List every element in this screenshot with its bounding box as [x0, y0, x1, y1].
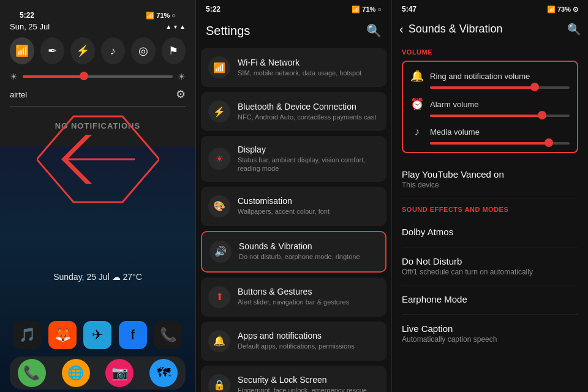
ring-thumb[interactable]	[530, 83, 539, 91]
alarm-thumb[interactable]	[538, 111, 546, 119]
brightness-high-icon: ☀	[178, 72, 186, 81]
alarm-volume-icon: ⏰	[410, 97, 424, 111]
livecaption-sub: Automatically caption speech	[402, 335, 578, 344]
sounds-item-icon: 🔊	[209, 241, 232, 263]
settings-custom-item[interactable]: 🎨 Customisation Wallpapers, accent colou…	[201, 187, 386, 226]
brightness-row[interactable]: ☀ ☀	[10, 72, 186, 81]
app-phone[interactable]: 📞	[154, 321, 182, 349]
flashlight-quick-btn[interactable]: ⚑	[162, 37, 186, 64]
ring-slider[interactable]	[430, 86, 570, 89]
home-screen-panel: 5:22 📶 71% ○ Sun, 25 Jul ▲ ▾ ▲ �	[0, 0, 196, 392]
settings-apps-item[interactable]: 🔔 Apps and notifications Default apps, n…	[201, 322, 386, 361]
bluetooth-quick-btn[interactable]: ⚡	[70, 37, 95, 64]
wifi-item-title: Wi-Fi & Network	[238, 58, 379, 67]
network-name: airtel	[10, 90, 27, 99]
settings-buttons-item[interactable]: ⬆ Buttons & Gestures Alert slider, navig…	[201, 277, 386, 317]
display-item-title: Display	[238, 145, 379, 154]
bluetooth-item-subtitle: NFC, Android Auto, contactless payments …	[238, 113, 379, 121]
sounds-search-btn[interactable]: 🔍	[567, 23, 581, 36]
ring-volume-item[interactable]: 🔔 Ring and notification volume	[410, 69, 570, 89]
alarm-volume-row: ⏰ Alarm volume	[410, 97, 570, 111]
sounds-item-subtitle: Do not disturb, earphone mode, ringtone	[239, 252, 378, 261]
battery-icon-1: 📶	[146, 12, 154, 20]
location-quick-btn[interactable]: ◎	[131, 37, 156, 64]
settings-sounds-item[interactable]: 🔊 Sounds & Vibration Do not disturb, ear…	[201, 231, 386, 273]
bluetooth-item-text: Bluetooth & Device Connection NFC, Andro…	[238, 102, 379, 121]
status-icons-2: 📶 71% ○	[352, 6, 382, 13]
ring-volume-row: 🔔 Ring and notification volume	[410, 69, 570, 83]
dnd-item[interactable]: Do Not Disturb Off/1 schedule can turn o…	[402, 247, 578, 285]
alarm-volume-item[interactable]: ⏰ Alarm volume	[410, 97, 570, 117]
media-volume-row: ♪ Media volume	[410, 126, 570, 138]
ring-volume-icon: 🔔	[410, 69, 424, 83]
app-telegram[interactable]: ✈	[83, 321, 111, 349]
buttons-item-icon: ⬆	[208, 286, 230, 308]
custom-item-title: Customisation	[238, 196, 379, 206]
app-music[interactable]: 🎵	[13, 321, 42, 349]
back-button[interactable]: ‹	[399, 22, 404, 36]
app-facebook[interactable]: f	[119, 321, 147, 349]
battery-indicator-2: ○	[377, 6, 382, 13]
status-bar-3: 5:47 📶 73% ⊙	[392, 0, 588, 16]
flashlight-quick-icon: ⚑	[168, 44, 178, 58]
media-fill	[430, 142, 549, 145]
app-reddit[interactable]: 🦊	[48, 321, 77, 349]
home-info: Sunday, 25 Jul ☁ 27°C	[0, 272, 195, 282]
security-icon: 🔒	[213, 379, 225, 391]
date-label: Sun, 25 Jul	[10, 22, 50, 31]
dock-camera[interactable]: 📷	[105, 359, 134, 387]
battery-3: 73%	[557, 6, 571, 13]
display-item-subtitle: Status bar, ambient display, vision comf…	[238, 156, 379, 173]
settings-search-btn[interactable]: 🔍	[366, 23, 382, 38]
sounds-item-title: Sounds & Vibration	[239, 241, 378, 251]
wifi-quick-btn[interactable]: 📶	[10, 37, 34, 64]
battery-icon-2: 📶	[352, 6, 360, 13]
settings-wifi-item[interactable]: 📶 Wi-Fi & Network SIM, mobile network, d…	[201, 48, 386, 87]
earphone-item[interactable]: Earphone Mode	[402, 285, 578, 315]
status-icons-1: 📶 71% ○	[146, 12, 176, 20]
sounds-vibration-panel: 5:47 📶 73% ⊙ ‹ Sounds & Vibration 🔍 VOLU…	[392, 0, 588, 392]
custom-icon: 🎨	[213, 200, 225, 212]
date-row: Sun, 25 Jul ▲ ▾ ▲	[10, 22, 186, 31]
display-item-icon: ☀	[208, 148, 230, 170]
display-icon: ☀	[215, 153, 224, 165]
date-status-icons: ▲ ▾ ▲	[165, 23, 186, 30]
wifi-quick-icon: 📶	[15, 44, 29, 58]
media-volume-item[interactable]: ♪ Media volume	[410, 126, 570, 145]
quick-settings-row[interactable]: 📶 ✒ ⚡ ♪ ◎ ⚑	[10, 37, 186, 64]
app-row-1: 🎵 🦊 ✈ f 📞	[0, 316, 195, 354]
battery-indicator-3: ⊙	[573, 6, 578, 13]
play-youtube-item[interactable]: Play YouTube Vanced on This device	[402, 160, 578, 198]
dock-maps[interactable]: 🗺	[149, 359, 178, 387]
buttons-icon: ⬆	[216, 291, 224, 303]
brightness-thumb[interactable]	[80, 72, 88, 80]
brightness-slider[interactable]	[23, 75, 173, 78]
shade-settings-btn[interactable]: ⚙	[176, 88, 186, 101]
effects-section-label: SOUND EFFECTS AND MODES	[402, 206, 578, 213]
dock-phone[interactable]: 📞	[18, 359, 46, 387]
dolby-item[interactable]: Dolby Atmos	[402, 218, 578, 247]
home-date-text: Sunday, 25 Jul	[53, 272, 110, 282]
status-bar-1: 5:22 📶 71% ○	[10, 6, 186, 22]
apps-icon: 🔔	[213, 335, 225, 347]
home-content: 5:22 📶 71% ○ Sun, 25 Jul ▲ ▾ ▲ �	[0, 0, 195, 392]
media-thumb[interactable]	[545, 138, 553, 147]
media-slider[interactable]	[430, 142, 570, 145]
bluetooth-quick-icon: ⚡	[76, 44, 89, 58]
settings-bluetooth-item[interactable]: ⚡ Bluetooth & Device Connection NFC, And…	[201, 92, 386, 131]
livecaption-item[interactable]: Live Caption Automatically caption speec…	[402, 315, 578, 352]
brightness-low-icon: ☀	[10, 72, 18, 81]
dolby-title: Dolby Atmos	[402, 227, 578, 237]
edit-quick-btn[interactable]: ✒	[40, 37, 65, 64]
alarm-slider[interactable]	[430, 115, 570, 117]
battery-1: 71%	[156, 12, 170, 19]
security-item-text: Security & Lock Screen Fingerprint, face…	[238, 375, 379, 392]
dock-browser[interactable]: 🌐	[62, 359, 90, 387]
dnd-sub: Off/1 schedule can turn on automatically	[402, 268, 578, 276]
apps-item-text: Apps and notifications Default apps, not…	[238, 331, 379, 350]
custom-item-text: Customisation Wallpapers, accent colour,…	[238, 196, 379, 216]
settings-security-item[interactable]: 🔒 Security & Lock Screen Fingerprint, fa…	[201, 366, 386, 392]
music-quick-btn[interactable]: ♪	[101, 37, 126, 64]
settings-display-item[interactable]: ☀ Display Status bar, ambient display, v…	[201, 136, 386, 182]
sounds-icon: 🔊	[214, 246, 227, 257]
